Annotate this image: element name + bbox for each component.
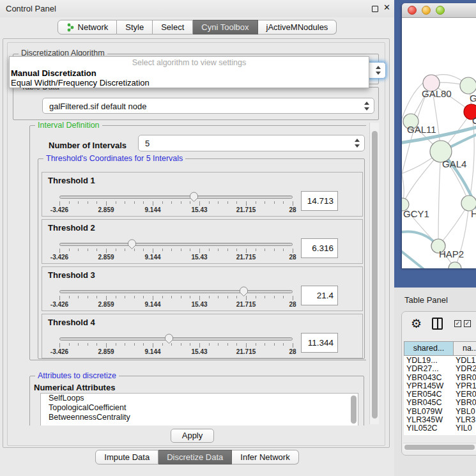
table-row[interactable]: YBR045CYBR0 [404, 398, 476, 406]
slider-tick [153, 201, 153, 206]
tab-infer-network[interactable]: Infer Network [232, 450, 298, 464]
network-node-label: GAL80 [422, 88, 452, 99]
slider-tick [265, 201, 265, 204]
slider-tick-label: 15.43 [185, 348, 213, 355]
network-canvas[interactable]: GAL80GACGAL11GAL4GCY1HHAP2 [402, 18, 476, 268]
checkbox-icon[interactable]: ✓ [454, 320, 461, 327]
slider-tick [246, 343, 247, 348]
slider-tick-label: 21.715 [232, 206, 260, 213]
apply-button[interactable]: Apply [171, 429, 214, 443]
slider-tick [246, 249, 247, 253]
table-row[interactable]: YER054CYER0 [404, 390, 476, 398]
network-window-titlebar[interactable] [402, 3, 476, 18]
slider-tick [209, 249, 210, 251]
list-item[interactable]: SelfLoops [41, 394, 358, 403]
slider-tick [209, 201, 210, 204]
network-node-green[interactable] [449, 262, 461, 268]
slider-tick [78, 201, 79, 204]
zoom-traffic-light[interactable] [436, 6, 445, 15]
slider-thumb[interactable] [127, 238, 137, 250]
slider-tick [153, 343, 153, 348]
slider-tick-label: 9.144 [139, 254, 167, 261]
tab-impute-data[interactable]: Impute Data [95, 450, 158, 464]
table-row[interactable]: YBL079WYBL0 [404, 407, 476, 415]
list-item[interactable]: BetweennessCentrality [41, 413, 358, 422]
slider-track[interactable] [59, 290, 293, 293]
slider-track[interactable] [59, 337, 293, 341]
table-horizontal-scrollbar[interactable] [403, 443, 476, 450]
main-scrollbar[interactable] [369, 123, 379, 424]
table-cell: YER0 [456, 390, 476, 399]
slider-tick [69, 343, 70, 346]
table-header-row: shared... na... [404, 341, 476, 356]
slider-tick [256, 296, 256, 298]
float-window-icon[interactable] [372, 6, 378, 12]
threshold-value-field[interactable]: 11.344 [301, 333, 338, 353]
attributes-group-title: Attributes to discretize [35, 371, 119, 380]
slider-tick [88, 296, 88, 298]
slider-tick [256, 249, 256, 251]
table-row[interactable]: YIL052CYIL0 [404, 424, 476, 432]
list-scrollbar[interactable] [351, 395, 357, 424]
algorithm-option[interactable]: Manual Discretization [11, 68, 96, 78]
slider-tick [218, 296, 219, 298]
network-window[interactable]: GAL80GACGAL11GAL4GCY1HHAP2 [402, 3, 476, 268]
threshold-value-field[interactable]: 6.316 [301, 238, 338, 258]
algorithm-option[interactable]: Equal Width/Frequency Discretization [11, 78, 150, 88]
slider-tick [143, 343, 144, 346]
table-row[interactable]: YDR27...YDR2 [404, 364, 476, 372]
network-node-label: HAP2 [439, 249, 464, 259]
slider-tick-label: -3.426 [45, 301, 73, 308]
table-row[interactable]: YDL19...YDL1 [404, 356, 476, 364]
tab-style[interactable]: Style [117, 20, 153, 35]
minimize-traffic-light[interactable] [422, 6, 431, 15]
slider-tick-label: 21.715 [232, 348, 260, 355]
tab-network[interactable]: Network [58, 20, 118, 35]
table-row[interactable]: YLR345WYLR3 [404, 415, 476, 424]
threshold-value-field[interactable]: 21.4 [301, 286, 338, 305]
list-item[interactable]: TopologicalCoefficient [41, 403, 358, 413]
slider-tick [218, 343, 219, 346]
slider-tick [116, 296, 116, 298]
scrollbar-thumb[interactable] [372, 131, 378, 418]
column-header-name[interactable]: na... [454, 341, 476, 356]
slider-tick [59, 296, 60, 300]
slider-tick [190, 296, 190, 298]
threshold-box: Threshold 3-3.4262.8599.14415.4321.71528… [42, 266, 363, 311]
slider-track[interactable] [59, 243, 293, 246]
numerical-attributes-list[interactable]: SelfLoopsTopologicalCoefficientBetweenne… [40, 393, 358, 426]
slider-tick [153, 249, 153, 253]
scrollbar-thumb[interactable] [404, 445, 475, 450]
combobox-stepper-icon [375, 66, 381, 75]
slider-tick [181, 249, 181, 251]
table-row[interactable]: YBR043CYBR0 [404, 373, 476, 381]
slider-tick [218, 201, 219, 204]
network-icon [66, 23, 75, 32]
column-header-shared-name[interactable]: shared... [404, 341, 454, 356]
tab-jactivemnodules[interactable]: jActiveMNodules [258, 20, 337, 35]
slider-thumb[interactable] [239, 286, 249, 297]
tab-select[interactable]: Select [153, 20, 193, 35]
slider-tick [125, 201, 125, 204]
checkbox-icon[interactable]: ✓ [464, 320, 471, 327]
split-view-icon[interactable] [432, 318, 443, 330]
table-data-combobox[interactable]: galFiltered.sif default node [42, 98, 374, 114]
gear-icon[interactable]: ⚙ [411, 316, 422, 331]
number-of-intervals-combobox[interactable]: 5 [138, 135, 365, 151]
slider-tick [236, 201, 237, 204]
discretization-algorithm-group-title: Discretization Algorithm [19, 49, 107, 56]
control-panel-titlebar: Control Panel ✕ [0, 0, 394, 17]
tab-discretize-data[interactable]: Discretize Data [158, 450, 232, 464]
network-node-green[interactable] [460, 77, 476, 94]
slider-thumb[interactable] [189, 191, 199, 203]
slider-thumb[interactable] [164, 333, 174, 344]
table-row[interactable]: YPR145WYPR1 [404, 381, 476, 390]
slider-tick [171, 201, 172, 204]
tab-cyni-toolbox[interactable]: Cyni Toolbox [193, 20, 257, 35]
close-traffic-light[interactable] [408, 6, 417, 15]
close-icon[interactable]: ✕ [383, 3, 390, 12]
slider-track[interactable] [59, 196, 293, 199]
slider-tick [69, 201, 70, 204]
threshold-value-field[interactable]: 14.713 [301, 191, 338, 211]
table-toolbar: ⚙ ✓ ✓ [402, 316, 476, 335]
